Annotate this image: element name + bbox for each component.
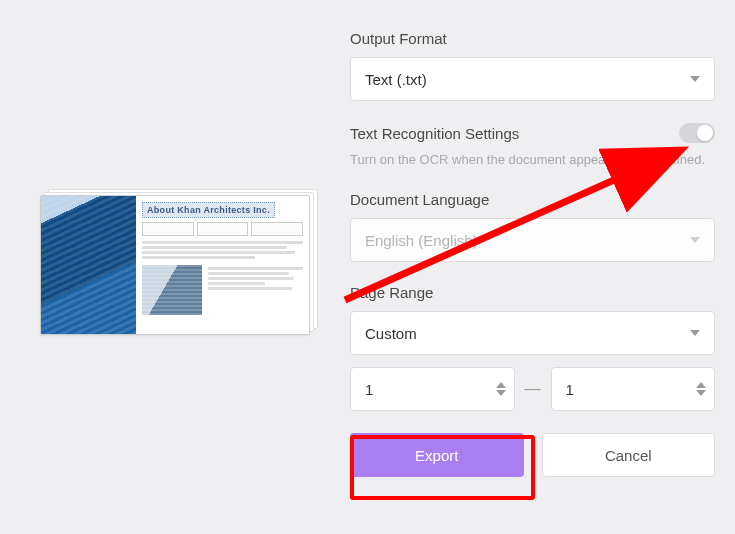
thumbnail-title: About Khan Architects Inc. [142, 202, 275, 218]
page-from-value: 1 [365, 381, 373, 398]
document-thumbnail: About Khan Architects Inc. [40, 195, 315, 345]
range-separator: — [525, 380, 541, 398]
toggle-knob-icon [697, 125, 713, 141]
language-value: English (English) [365, 232, 478, 249]
step-up-icon[interactable] [696, 382, 706, 388]
page-range-mode: Custom [365, 325, 417, 342]
cancel-button-label: Cancel [605, 447, 652, 464]
page-range-label: Page Range [350, 284, 715, 301]
page-from-input[interactable]: 1 [350, 367, 515, 411]
chevron-down-icon [690, 330, 700, 336]
ocr-label: Text Recognition Settings [350, 125, 519, 142]
ocr-hint: Turn on the OCR when the document appear… [350, 151, 715, 169]
chevron-down-icon [690, 76, 700, 82]
export-button[interactable]: Export [350, 433, 524, 477]
step-down-icon[interactable] [696, 390, 706, 396]
language-label: Document Language [350, 191, 715, 208]
output-format-label: Output Format [350, 30, 715, 47]
chevron-down-icon [690, 237, 700, 243]
page-to-value: 1 [566, 381, 574, 398]
output-format-select[interactable]: Text (.txt) [350, 57, 715, 101]
page-to-input[interactable]: 1 [551, 367, 716, 411]
export-button-label: Export [415, 447, 458, 464]
page-range-select[interactable]: Custom [350, 311, 715, 355]
step-up-icon[interactable] [496, 382, 506, 388]
output-format-value: Text (.txt) [365, 71, 427, 88]
step-down-icon[interactable] [496, 390, 506, 396]
language-select: English (English) [350, 218, 715, 262]
ocr-toggle[interactable] [679, 123, 715, 143]
cancel-button[interactable]: Cancel [542, 433, 716, 477]
